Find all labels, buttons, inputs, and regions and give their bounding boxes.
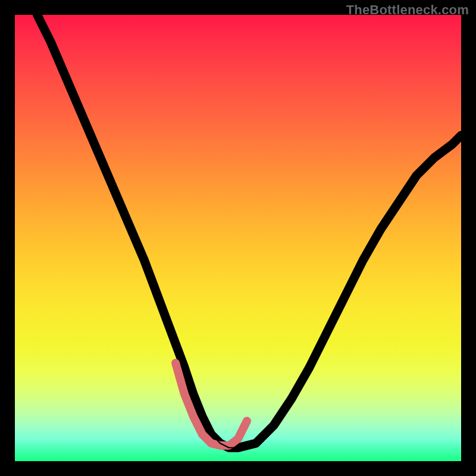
plot-area: [15, 15, 461, 461]
chart-frame: TheBottleneck.com: [0, 0, 476, 476]
bottleneck-curve-overlay: [37, 15, 462, 448]
bottleneck-curve: [37, 15, 462, 448]
chart-svg: [15, 15, 461, 461]
